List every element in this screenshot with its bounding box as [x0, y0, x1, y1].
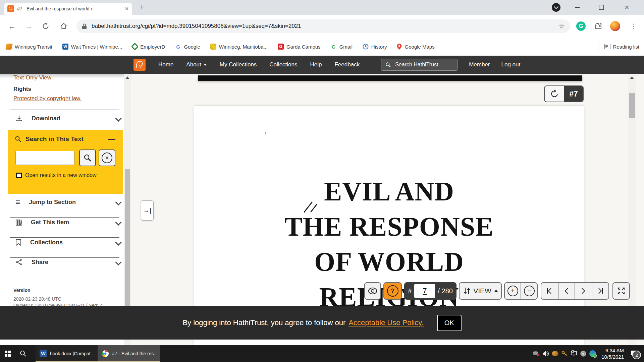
window-minimize-button[interactable] [570, 2, 584, 13]
sidebar-item-collections[interactable]: Collections [15, 239, 63, 246]
keys-icon[interactable] [560, 345, 569, 362]
chevron-down-icon [115, 219, 122, 226]
antivirus-tray-icon[interactable] [588, 345, 597, 362]
nav-my-collections[interactable]: My Collections [220, 61, 257, 68]
tab-close-icon[interactable]: ✕ [125, 6, 129, 11]
action-center-button[interactable]: 2 [627, 345, 642, 362]
bookmark-item[interactable]: EmployerD [132, 44, 165, 50]
zoom-in-button[interactable]: + [505, 283, 521, 299]
last-page-button[interactable] [592, 283, 609, 299]
help-button[interactable]: ? [383, 282, 402, 300]
search-placeholder: Search HathiTrust [395, 62, 438, 68]
hathitrust-navbar: Home About My Collections Collections He… [0, 56, 644, 74]
window-maximize-button[interactable] [594, 2, 608, 13]
previous-page-edge [198, 75, 582, 81]
rotate-icon [550, 89, 559, 98]
logout-link[interactable]: Log out [501, 61, 521, 68]
book-title-line: THE RESPONSE [194, 209, 584, 244]
taskbar-clock[interactable]: 6:34 AM 10/5/2021 [601, 347, 624, 360]
windows-taskbar: W book.docx [Compat... #7 - Evil and the… [0, 345, 644, 362]
member-link[interactable]: Member [469, 61, 490, 68]
sidebar-item-jump-to-section[interactable]: ≡ Jump to Section [15, 198, 76, 206]
zoom-out-button[interactable]: − [521, 283, 537, 299]
books-icon [15, 219, 22, 226]
new-tab-button[interactable]: + [137, 2, 147, 12]
tray-app-orb-icon[interactable] [550, 345, 560, 362]
nav-feedback[interactable]: Feedback [334, 61, 360, 68]
history-clock-icon [363, 44, 369, 50]
volume-icon[interactable] [541, 345, 550, 362]
reading-list-button[interactable]: Reading list [598, 38, 639, 56]
device-error-icon[interactable] [532, 345, 541, 362]
bookmark-item[interactable]: Winnipeg Transit [6, 44, 52, 50]
reload-button[interactable] [39, 19, 52, 33]
extensions-puzzle-icon[interactable] [593, 21, 604, 32]
taskbar-search-button[interactable] [15, 345, 31, 362]
scroll-up-arrow[interactable] [125, 76, 129, 79]
forward-button[interactable]: → [22, 19, 36, 33]
hathitrust-search-box[interactable]: Search HathiTrust [381, 59, 458, 71]
sidebar-item-share[interactable]: Share [15, 258, 48, 266]
reading-list-icon [604, 44, 610, 49]
view-mode-button[interactable]: VIEW [459, 282, 502, 300]
media-controls-button[interactable] [552, 3, 560, 12]
browser-tab[interactable]: #7 - Evil and the response of world r ✕ [4, 3, 132, 15]
bookmark-item[interactable]: G Google [175, 44, 200, 50]
ok-button[interactable]: OK [437, 315, 462, 331]
collapse-minus-icon[interactable] [108, 139, 115, 140]
caret-down-icon [204, 64, 207, 66]
hathitrust-logo[interactable] [133, 59, 146, 71]
taskbar-chrome-button[interactable]: #7 - Evil and the res... [98, 345, 160, 362]
open-results-option[interactable]: Open results in a new window [16, 172, 97, 178]
kebab-menu-icon[interactable]: ⋮ [628, 21, 639, 32]
rights-link[interactable]: Protected by copyright law. [13, 95, 82, 102]
previous-page-button[interactable] [558, 283, 575, 299]
acceptable-use-policy-link[interactable]: Acceptable Use Policy. [348, 318, 423, 327]
bookmark-item[interactable]: W Wait Times | Winnipe... [62, 44, 122, 50]
bookmark-star-icon[interactable]: ☆ [559, 22, 565, 30]
page-number-input[interactable] [414, 284, 435, 298]
page-badge: #7 [564, 86, 583, 102]
taskbar-word-button[interactable]: W book.docx [Compat... [36, 345, 98, 362]
garda-campus-icon: G [278, 44, 284, 50]
rotate-button[interactable] [545, 86, 564, 102]
search-in-text-input[interactable] [15, 151, 74, 165]
back-button[interactable]: ← [5, 19, 19, 33]
scroll-up-arrow[interactable] [630, 76, 634, 79]
winnipeg-transit-icon [5, 44, 13, 50]
sidebar-scrollbar[interactable] [124, 74, 131, 345]
nav-help[interactable]: Help [310, 61, 322, 68]
url-bar[interactable]: babel.hathitrust.org/cgi/pt?id=mdp.39015… [76, 19, 570, 33]
employerd-hexagon-icon [131, 43, 139, 51]
fullscreen-button[interactable] [612, 282, 630, 300]
next-page-button[interactable] [575, 283, 592, 299]
reader-scrollbar[interactable] [628, 74, 636, 345]
bookmark-item[interactable]: Winnipeg, Manitoba... [210, 44, 268, 50]
search-submit-button[interactable] [79, 149, 96, 166]
sidebar-item-download[interactable]: Download [15, 115, 60, 122]
window-close-button[interactable]: ✕ [620, 2, 634, 13]
start-button[interactable] [0, 345, 15, 362]
word-icon: W [40, 350, 47, 357]
grammarly-extension-icon[interactable]: G [576, 21, 586, 32]
profile-avatar[interactable] [610, 21, 621, 32]
open-results-checkbox[interactable] [16, 173, 22, 178]
nav-collections[interactable]: Collections [269, 61, 297, 68]
bookmark-item[interactable]: G Gmail [331, 44, 353, 50]
scrollbar-thumb[interactable] [629, 93, 635, 118]
network-icon[interactable] [569, 345, 579, 362]
bookmark-item[interactable]: History [363, 44, 387, 50]
grammarly-tray-icon[interactable] [579, 345, 588, 362]
bookmark-item[interactable]: G Garda Campus [278, 44, 321, 50]
bookmark-item[interactable]: Google Maps [397, 44, 434, 50]
page-visibility-button[interactable] [364, 282, 381, 300]
nav-about[interactable]: About [186, 61, 207, 68]
book-title-line: OF WORLD [194, 244, 584, 280]
chevron-down-icon [115, 239, 122, 246]
home-button[interactable] [57, 19, 70, 33]
search-clear-button[interactable]: ✕ [99, 149, 115, 166]
first-page-button[interactable] [541, 283, 558, 299]
sidebar-item-get-this-item[interactable]: Get This Item [15, 219, 69, 226]
nav-home[interactable]: Home [158, 61, 173, 68]
scrollbar-thumb[interactable] [125, 169, 130, 310]
